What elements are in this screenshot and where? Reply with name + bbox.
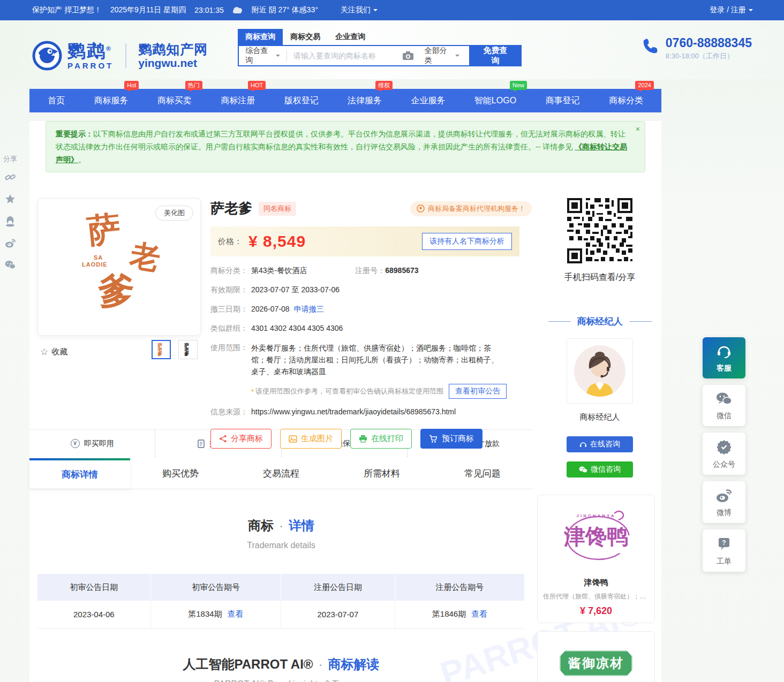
parrot-logo-icon xyxy=(32,41,62,71)
thumbnail-color[interactable]: 萨老爹 xyxy=(152,340,171,359)
tab-faq[interactable]: 常见问题 xyxy=(432,458,533,489)
site-name-zh: 鹦鹉知产网 xyxy=(138,43,208,56)
revoke-date: 2026-07-08 xyxy=(251,304,290,314)
chevron-down-icon xyxy=(373,9,378,13)
nav-trademark-class[interactable]: 商标分类2024 xyxy=(606,89,646,112)
wechat-button[interactable]: 微信 xyxy=(703,385,745,426)
tab-trade-process[interactable]: 交易流程 xyxy=(231,458,331,489)
official-account-button[interactable]: 公众号 xyxy=(703,433,745,475)
nav-badge: HOT xyxy=(248,81,266,90)
trademark-info: 萨老爹 同名商标 商标局备案商标代理机构服务！ 价格： ¥ 8,549 该持有人… xyxy=(210,199,532,449)
site-logo[interactable]: 鹦鹉® PARROT 鹦鹉知产网 yingwu.net xyxy=(32,32,208,79)
feature-ready-to-use: ¥即买即用 xyxy=(29,430,155,457)
price-label: 价格： xyxy=(218,237,242,247)
broker-avatar-card xyxy=(567,338,633,404)
tab-required-materials[interactable]: 所需材料 xyxy=(331,458,432,489)
recommend-card-jinchanya[interactable]: JINCHANYA 津馋鸭 津馋鸭 住所代理（旅馆、供膳寄宿处）；饭… ¥ 7,… xyxy=(537,495,655,623)
nav-legal[interactable]: 法律服务维权 xyxy=(344,89,385,112)
nav-ai-logo[interactable]: 智能LOGONew xyxy=(471,89,519,112)
jinchanya-logo: JINCHANYA 津馋鸭 xyxy=(538,506,654,570)
view-link[interactable]: 查看 xyxy=(471,609,487,618)
generate-image-button[interactable]: 生成图片 xyxy=(280,429,342,449)
ai-subtitle: PARROT AI® Brand insights & Tips xyxy=(29,679,533,682)
weibo-icon[interactable] xyxy=(4,237,16,249)
share-label: 分享 xyxy=(2,154,18,164)
document-icon xyxy=(197,439,205,448)
field-label: 使用范围： xyxy=(210,342,251,377)
favorite-button[interactable]: ☆收藏 xyxy=(40,346,67,358)
same-name-badge[interactable]: 同名商标 xyxy=(259,202,296,216)
site-name-en: yingwu.net xyxy=(138,57,208,69)
nav-trademark-services[interactable]: 商标服务Hot xyxy=(91,89,131,112)
holder-analysis-button[interactable]: 该持有人名下商标分析 xyxy=(422,233,512,250)
search-tab-trademark[interactable]: 商标查询 xyxy=(238,29,283,45)
order-trademark-button[interactable]: 预订商标 xyxy=(420,429,483,449)
search-category-select[interactable]: 综合查询 xyxy=(239,46,287,65)
col-header: 初审公告期号 xyxy=(150,574,281,601)
field-label: 撤三日期： xyxy=(210,304,251,314)
search-tab-company[interactable]: 企业查询 xyxy=(328,29,373,45)
field-label: 有效期限： xyxy=(210,284,251,295)
customer-service-button[interactable]: 客服 xyxy=(703,337,745,378)
online-consult-button[interactable]: 在线咨询 xyxy=(567,436,633,452)
wechat-icon[interactable] xyxy=(4,259,16,271)
search-tab-trade[interactable]: 商标交易 xyxy=(283,29,328,45)
field-label: 商标分类： xyxy=(210,265,251,276)
online-print-button[interactable]: 在线打印 xyxy=(350,429,412,449)
right-service-rail: 客服 微信 公众号 微博 ? 工单 xyxy=(703,337,745,578)
nav-trademark-trade[interactable]: 商标买卖热门 xyxy=(154,89,195,112)
broker-avatar xyxy=(573,344,627,398)
source-label: 信息来源： xyxy=(210,406,251,417)
work-order-button[interactable]: ? 工单 xyxy=(703,529,745,572)
wechat-icon xyxy=(579,466,587,473)
logo-zh: 鹦鹉 xyxy=(67,41,106,61)
search-input[interactable] xyxy=(287,51,397,60)
agency-notice-badge[interactable]: 商标局备案商标代理机构服务！ xyxy=(410,201,532,216)
agency-seal-icon xyxy=(417,204,425,213)
view-link[interactable]: 查看 xyxy=(228,609,244,618)
qq-icon[interactable] xyxy=(4,215,16,227)
tab-trademark-detail[interactable]: 商标详情 xyxy=(29,458,130,489)
nav-business-register[interactable]: 商事登记 xyxy=(542,89,583,112)
share-trademark-button[interactable]: 分享商标 xyxy=(210,429,272,449)
star-icon: ☆ xyxy=(40,346,48,358)
use-range: 外卖餐厅服务；住所代理（旅馆、供膳寄宿处）；酒吧服务；咖啡馆；茶馆；餐厅；活动房… xyxy=(251,342,503,377)
recommend-price: ¥ 7,620 xyxy=(538,605,654,617)
wechat-consult-button[interactable]: 微信咨询 xyxy=(567,461,633,478)
registration-number: 68985673 xyxy=(385,265,418,276)
cart-icon xyxy=(429,435,438,443)
section-title-zh: 商标 xyxy=(248,518,274,533)
link-icon[interactable] xyxy=(4,171,16,183)
image-search-button[interactable] xyxy=(397,51,419,60)
favorite-star-icon[interactable] xyxy=(4,193,16,205)
login-register-menu[interactable]: 登录 / 注册 xyxy=(710,5,753,15)
follow-us-menu[interactable]: 关注我们 xyxy=(341,5,378,15)
nav-enterprise[interactable]: 企业服务 xyxy=(408,89,448,112)
nav-trademark-register[interactable]: 商标注册HOT xyxy=(217,89,258,112)
ticket-question-icon: ? xyxy=(717,536,732,551)
recommend-card-jiangyu[interactable]: 酱御凉材 xyxy=(537,631,655,682)
beautified-tag: 美化图 xyxy=(155,206,193,221)
close-icon[interactable]: × xyxy=(636,123,640,135)
source-url: https://www.yingwu.net/trademark/jiaoyid… xyxy=(251,406,456,417)
weibo-icon xyxy=(715,488,733,503)
weibo-button[interactable]: 微博 xyxy=(703,481,745,523)
apply-revoke-link[interactable]: 申请撤三 xyxy=(294,304,324,314)
tab-purchase-advantage[interactable]: 购买优势 xyxy=(130,458,231,489)
reg-notice-date: 2023-07-07 xyxy=(281,601,395,628)
trademark-image-card[interactable]: 美化图 萨 老 爹 SA LAODIE xyxy=(37,198,201,336)
main-nav: 首页 商标服务Hot 商标买卖热门 商标注册HOT 版权登记 法律服务维权 企业… xyxy=(29,89,661,112)
nav-home[interactable]: 首页 xyxy=(44,89,68,112)
bottom-section: 商标·详情 Trademark details 初审公告日期 初审公告期号 注册… xyxy=(29,489,661,682)
trademark-class: 第43类-餐饮酒店 xyxy=(251,265,307,276)
thumbnail-list: 萨老爹 萨老爹 xyxy=(152,340,198,359)
view-first-notice-button[interactable]: 查看初审公告 xyxy=(449,384,507,399)
free-search-button[interactable]: 免费查询 xyxy=(469,45,522,66)
chevron-down-icon xyxy=(276,55,280,59)
nav-copyright[interactable]: 版权登记 xyxy=(281,89,322,112)
class-filter-select[interactable]: 全部分类 xyxy=(419,46,465,65)
trademark-title: 萨老爹 xyxy=(210,199,252,218)
registered-mark: ® xyxy=(106,45,112,52)
thumbnail-black[interactable]: 萨老爹 xyxy=(178,340,198,359)
main-content: 重要提示：以下商标信息由用户自行发布或通过第三方互联网平台授权提供，仅供参考。平… xyxy=(29,121,661,682)
